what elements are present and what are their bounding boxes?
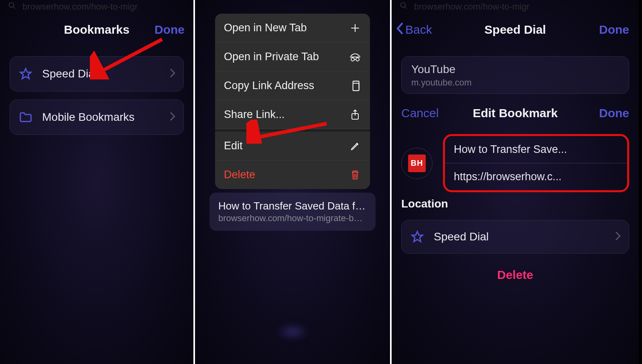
preview-title: How to Transfer Saved Data fro... [218,200,367,212]
svg-point-8 [356,58,359,61]
svg-marker-2 [20,69,31,79]
share-icon [349,109,361,121]
folder-label: Speed Dial [42,67,170,80]
page-title: Bookmarks [64,23,129,37]
bookmark-favicon: BH [401,148,433,179]
menu-delete[interactable]: Delete [215,161,370,189]
highlighted-fields: How to Transfer Save... https://browserh… [443,134,629,192]
item-subtitle: m.youtube.com [411,77,619,88]
bookmark-preview[interactable]: How to Transfer Saved Data fro... browse… [209,193,376,231]
star-icon [18,66,33,81]
chevron-left-icon [396,21,404,38]
chevron-right-icon [615,231,621,243]
folder-mobile-bookmarks[interactable]: Mobile Bookmarks [10,100,184,135]
location-value: Speed Dial [434,230,615,243]
search-icon [8,2,16,12]
chevron-right-icon [170,111,175,124]
preview-subtitle: browserhow.com/how-to-migrate-bookmar... [218,213,367,224]
menu-edit[interactable]: Edit [215,132,370,161]
done-button[interactable]: Done [154,23,185,37]
svg-point-15 [401,3,406,8]
favicon-bh: BH [408,155,426,172]
chevron-right-icon [170,68,175,80]
page-title: Speed Dial [484,23,546,37]
address-bar: browserhow.com/how-to-migr [392,0,639,14]
menu-label: Delete [224,169,255,181]
folder-icon [18,110,33,125]
svg-point-7 [351,58,354,61]
folder-label: Mobile Bookmarks [42,111,170,124]
menu-label: Edit [224,140,243,152]
panel-bookmarks: browserhow.com/how-to-migr Bookmarks Don… [0,0,195,364]
copy-icon [349,80,361,92]
bookmark-name-field[interactable]: How to Transfer Save... [445,136,627,163]
folder-speed-dial[interactable]: Speed Dial [10,56,184,92]
trash-icon [349,169,361,181]
location-selector[interactable]: Speed Dial [401,220,629,262]
speed-dial-header: Back Speed Dial Done [392,19,639,40]
svg-line-1 [13,7,15,9]
menu-copy-link[interactable]: Copy Link Address [215,71,370,100]
address-text: browserhow.com/how-to-migr [22,2,185,12]
menu-open-new-tab[interactable]: Open in New Tab [215,14,370,43]
menu-label: Share Link... [224,108,285,121]
pencil-icon [349,140,361,152]
menu-label: Copy Link Address [224,79,314,92]
panel-edit-bookmark: browserhow.com/how-to-migr Back Speed Di… [392,0,639,364]
address-text: browserhow.com/how-to-migr [414,2,631,12]
bookmarks-folder-list: Speed Dial Mobile Bookmarks [10,56,184,143]
bookmarks-header: Bookmarks Done [0,19,193,40]
svg-marker-17 [412,232,423,242]
done-button[interactable]: Done [599,23,629,37]
edit-sheet-header: Cancel Edit Bookmark Done [392,103,639,124]
incognito-icon [349,51,361,63]
bottom-glow [276,324,309,340]
bookmark-url-field[interactable]: https://browserhow.c... [445,163,627,190]
svg-point-0 [9,3,14,8]
star-icon [410,229,425,244]
menu-open-private-tab[interactable]: Open in Private Tab [215,43,370,71]
address-bar: browserhow.com/how-to-migr [0,0,193,14]
plus-icon [349,22,361,34]
panel-context-menu: Open in New Tab Open in Private Tab Copy… [195,0,392,364]
sheet-title: Edit Bookmark [473,106,558,120]
search-icon [400,2,408,12]
context-menu: Open in New Tab Open in Private Tab Copy… [215,14,370,189]
done-button[interactable]: Done [599,106,629,120]
svg-line-16 [405,7,407,9]
edit-bookmark-fields: BH How to Transfer Save... https://brows… [392,134,639,192]
menu-label: Open in Private Tab [224,51,319,63]
item-title: YouTube [411,63,619,76]
location-label: Location [401,197,448,210]
svg-rect-10 [353,83,359,90]
bookmark-item-youtube[interactable]: YouTube m.youtube.com [401,56,629,94]
back-button[interactable]: Back [396,21,432,38]
cancel-button[interactable]: Cancel [401,106,439,120]
menu-share-link[interactable]: Share Link... [215,100,370,129]
menu-label: Open in New Tab [224,22,307,34]
back-label: Back [405,23,432,37]
delete-button[interactable]: Delete [392,268,639,282]
